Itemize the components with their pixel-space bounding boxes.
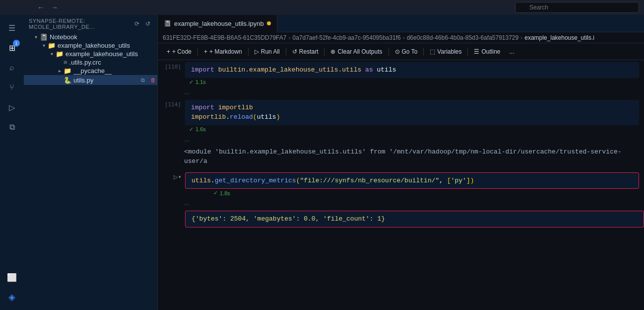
activity-extensions[interactable]: ⊞ 1 xyxy=(3,39,21,57)
dots-2: ··· xyxy=(158,136,644,145)
delete-btn[interactable]: 🗑 xyxy=(148,76,157,84)
tree-item-pycache[interactable]: ▸ 📁 __pycache__ xyxy=(24,67,157,75)
utils-arg: utils xyxy=(257,113,276,121)
tab-notebook[interactable]: 📓 example_lakehouse_utils.ipynb xyxy=(158,15,277,32)
split-editor-btn[interactable]: ⧉ xyxy=(138,76,147,84)
breadcrumb: 631FE32D-FE8B-4E9B-B6A5-61C35DD79FA7 › 0… xyxy=(158,32,644,43)
source-control-icon: ⑂ xyxy=(9,83,14,92)
forward-button[interactable]: → xyxy=(49,1,61,13)
markdown-button[interactable]: + + Markdown xyxy=(200,47,246,57)
activity-explorer[interactable]: ☰ xyxy=(3,19,21,37)
outline-button[interactable]: ☰ Outline xyxy=(470,47,504,57)
output-dict-116: {'bytes': 2504, 'megabytes': 0.0, 'file_… xyxy=(192,215,385,223)
restart-icon: ↺ xyxy=(292,48,297,55)
goto-button[interactable]: ⊙ Go To xyxy=(391,47,422,57)
tree-label-folder2: example_lakehouse_utils xyxy=(65,50,138,58)
method-name: get_directory_metrics xyxy=(215,177,296,184)
file-tree: ▾ 📓 Notebook ▾ 📁 example_lakehouse_utils… xyxy=(24,33,157,85)
cell-content-116[interactable]: utils.get_directory_metrics("file:///syn… xyxy=(185,172,639,189)
clear-outputs-label: Clear All Outputs xyxy=(337,48,382,55)
importlib-name: importlib xyxy=(218,104,253,111)
toolbar-sep2 xyxy=(248,48,249,56)
breadcrumb-part2[interactable]: 0a7d7aef-52fe-4cb9-aa7c-954095ba31f6 xyxy=(292,34,400,41)
import-kw2: import xyxy=(191,104,214,111)
sidebar: SYNAPSE-REMOTE: MCOLE_LIBRARY_DE... ⟳ ↺ … xyxy=(24,15,158,310)
code-button[interactable]: + + Code xyxy=(163,47,195,57)
clear-icon: ⊗ xyxy=(330,48,335,55)
sync-icon[interactable]: ⟳ xyxy=(132,19,141,28)
refresh-icon[interactable]: ↺ xyxy=(143,19,152,28)
tree-item-notebook[interactable]: ▾ 📓 Notebook xyxy=(24,33,157,41)
goto-icon: ⊙ xyxy=(395,48,400,55)
sidebar-header: SYNAPSE-REMOTE: MCOLE_LIBRARY_DE... ⟳ ↺ xyxy=(24,15,157,33)
py-icon: 🐍 xyxy=(64,77,71,84)
activity-search[interactable]: ⌕ xyxy=(3,59,21,77)
pycache-icon: 📁 xyxy=(64,67,71,75)
variables-button[interactable]: ⬚ Variables xyxy=(426,47,465,57)
run-cell-btn[interactable]: ▷▾ xyxy=(174,174,181,180)
toolbar: + + Code + + Markdown ▷ Run All ↺ Restar… xyxy=(158,43,644,60)
expand-arrow2: ▾ xyxy=(40,43,48,48)
activity-monitor[interactable]: ⬜ xyxy=(3,268,21,286)
back-button[interactable]: ← xyxy=(35,1,47,13)
cell-content-110[interactable]: import builtin.example_lakehouse_utils.u… xyxy=(185,62,639,78)
activity-bar: ☰ ⊞ 1 ⌕ ⑂ ▷ ⧉ ⬜ ◈ xyxy=(0,15,24,310)
tree-label-pycache: __pycache__ xyxy=(73,67,112,75)
ext-str: 'py' xyxy=(451,177,466,184)
toolbar-sep4 xyxy=(324,48,324,56)
toolbar-sep5 xyxy=(388,48,389,56)
run-all-button[interactable]: ▷ Run All xyxy=(251,47,284,57)
import-kw: import xyxy=(191,66,214,74)
dot1: . xyxy=(226,113,230,121)
cell-timing-114: ✓ 1.6s xyxy=(163,125,639,134)
breadcrumb-part1[interactable]: 631FE32D-FE8B-4E9B-B6A5-61C35DD79FA7 xyxy=(163,34,286,41)
breadcrumb-part3[interactable]: d6e0c88d-46b6-4b0a-85d3-6afa57913729 xyxy=(407,34,519,41)
path-str: "file:///synfs/nb_resource/builtin/" xyxy=(300,177,439,184)
reload-fn: reload xyxy=(230,113,253,121)
more-label: ... xyxy=(510,48,515,55)
check-icon-116: ✓ xyxy=(213,190,218,196)
tree-item-folder2[interactable]: ▾ 📁 example_lakehouse_utils xyxy=(24,50,157,58)
cell-inner-114: [114] import importlib importlib.reload(… xyxy=(163,100,639,125)
cell-timing-116: ✓ 1.8s xyxy=(163,189,639,197)
sidebar-header-icons: ⟳ ↺ xyxy=(132,19,152,28)
timing-114: 1.6s xyxy=(195,126,206,132)
cell-inner-110: [110] import builtin.example_lakehouse_u… xyxy=(163,62,639,78)
cell-110: [110] import builtin.example_lakehouse_u… xyxy=(158,62,644,86)
tree-item-folder1[interactable]: ▾ 📁 example_lakehouse_utils xyxy=(24,41,157,50)
cell-114: [114] import importlib importlib.reload(… xyxy=(158,100,644,134)
tree-item-crc[interactable]: ≡ .utils.py.crc xyxy=(24,58,157,67)
activity-extensions2[interactable]: ⧉ xyxy=(3,118,21,136)
synapse-icon: ◈ xyxy=(8,292,15,303)
cell-output-116: {'bytes': 2504, 'megabytes': 0.0, 'file_… xyxy=(185,211,644,228)
timing-116: 1.8s xyxy=(220,190,230,196)
search-input[interactable] xyxy=(515,2,639,13)
list-bracket1: [ xyxy=(447,177,451,184)
toolbar-sep7 xyxy=(467,48,468,56)
tree-item-utils-py[interactable]: 🐍 utils.py ⧉ 🗑 xyxy=(24,75,157,85)
cell-number-110: [110] xyxy=(163,62,185,70)
breadcrumb-sep2: › xyxy=(403,34,405,41)
clear-outputs-button[interactable]: ⊗ Clear All Outputs xyxy=(326,47,386,57)
activity-run[interactable]: ▷ xyxy=(3,98,21,116)
module-name: builtin.example_lakehouse_utils.utils xyxy=(218,66,365,74)
restart-label: Restart xyxy=(299,48,319,55)
more-button[interactable]: ... xyxy=(506,47,518,57)
tab-icon: 📓 xyxy=(164,20,171,27)
outline-label: Outline xyxy=(481,48,500,55)
breadcrumb-part4[interactable]: example_lakehouse_utils.i xyxy=(524,34,594,41)
run-all-icon: ▷ xyxy=(255,48,259,55)
cell-timing-110: ✓ 1.1s xyxy=(163,78,639,86)
folder2-icon: 📁 xyxy=(56,50,64,58)
restart-button[interactable]: ↺ Restart xyxy=(288,47,322,57)
toolbar-sep6 xyxy=(423,48,424,56)
expand-arrow3: ▾ xyxy=(48,51,56,57)
timing-110: 1.1s xyxy=(195,79,206,85)
cell-output-114: <module 'builtin.example_lakehouse_utils… xyxy=(158,145,644,168)
activity-source-control[interactable]: ⑂ xyxy=(3,78,21,96)
search-container: 🔍 xyxy=(515,2,639,13)
activity-synapse[interactable]: ◈ xyxy=(3,288,21,306)
comma: , xyxy=(439,177,447,184)
cell-content-114[interactable]: import importlib importlib.reload(utils) xyxy=(185,100,639,125)
notebook-icon: 📓 xyxy=(40,33,48,41)
